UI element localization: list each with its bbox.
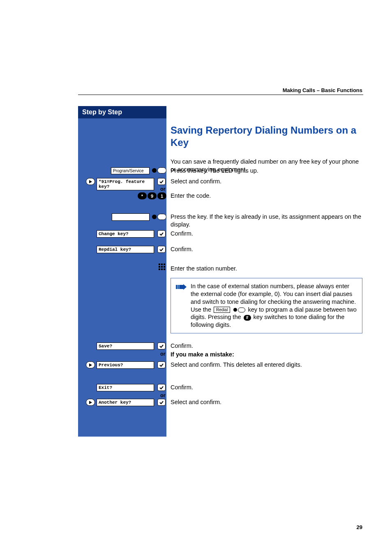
note-icon — [176, 282, 187, 329]
pound-key-icon: # — [244, 315, 251, 321]
led-key-icon — [152, 167, 166, 173]
or-label: or — [160, 186, 166, 192]
svg-rect-8 — [161, 268, 163, 270]
one-key-icon: 1 — [157, 192, 166, 199]
or-label: or — [160, 351, 166, 357]
code-key-sequence: * 9 1 — [138, 192, 166, 199]
confirm-button[interactable] — [157, 230, 166, 237]
confirm-button[interactable] — [157, 342, 166, 349]
change-key-prompt: Change key? — [97, 230, 154, 238]
prog-feature-prompt: *91=Prog. feature key? — [97, 178, 154, 190]
inline-led-key-icon — [233, 308, 245, 312]
or-label: or — [160, 393, 166, 398]
svg-rect-7 — [159, 268, 160, 270]
select-confirm-text: Select and confirm. — [171, 178, 221, 185]
confirm-button[interactable] — [157, 246, 166, 253]
nine-key-icon: 9 — [148, 192, 157, 199]
page-title: Saving Repertory Dialing Numbers on a Ke… — [171, 124, 362, 149]
page: Making Calls – Basic Functions Step by S… — [0, 0, 392, 555]
confirm-text-1: Confirm. — [171, 230, 193, 238]
svg-rect-9 — [164, 268, 165, 270]
repdial-key-prompt: Repdial key? — [97, 246, 154, 253]
svg-marker-14 — [89, 363, 92, 367]
sidebar-title: Step by Step — [78, 106, 166, 118]
svg-rect-4 — [159, 266, 160, 268]
press-key-inuse-text: Press the key. If the key is already in … — [171, 213, 362, 229]
led-dot-icon — [152, 215, 157, 219]
led-key-icon-2 — [152, 214, 166, 220]
save-prompt: Save? — [97, 342, 154, 350]
nav-arrow-icon — [86, 399, 95, 406]
confirm-text-2: Confirm. — [171, 245, 193, 253]
confirm-text-4: Confirm. — [171, 384, 193, 391]
content-area: Saving Repertory Dialing Numbers on a Ke… — [171, 106, 362, 173]
note-body: In the case of external station numbers,… — [191, 282, 358, 329]
svg-rect-11 — [178, 285, 179, 289]
keypad-icon — [158, 263, 166, 272]
svg-rect-2 — [161, 264, 163, 265]
another-key-prompt: Another key? — [97, 399, 154, 406]
svg-rect-1 — [159, 264, 160, 265]
svg-rect-5 — [161, 266, 163, 268]
exit-prompt: Exit? — [97, 384, 154, 391]
confirm-button[interactable] — [157, 178, 166, 185]
mistake-heading: If you make a mistake: — [171, 351, 234, 358]
blank-key-icon — [112, 213, 150, 221]
program-service-label: Program/Service — [111, 167, 150, 174]
select-confirm-delete-text: Select and confirm. This deletes all ent… — [171, 361, 362, 369]
svg-rect-12 — [179, 285, 183, 289]
note-box: In the case of external station numbers,… — [171, 278, 362, 333]
svg-marker-15 — [89, 401, 92, 404]
key-button-icon — [157, 214, 166, 220]
note-text-1: In the case of external station numbers,… — [191, 283, 356, 305]
header-divider — [78, 95, 363, 95]
select-confirm-text-2: Select and confirm. — [171, 398, 221, 406]
led-dot-icon — [233, 308, 237, 312]
svg-rect-3 — [164, 264, 165, 265]
note-text-2a: Use the — [191, 306, 211, 313]
nav-arrow-icon — [86, 361, 95, 368]
confirm-button[interactable] — [157, 384, 166, 391]
redial-inline-label: Redial — [214, 307, 230, 313]
nav-arrow-icon — [86, 178, 95, 185]
svg-rect-10 — [176, 285, 177, 289]
led-dot-icon — [152, 168, 157, 173]
svg-rect-6 — [164, 266, 165, 268]
enter-station-text: Enter the station number. — [171, 265, 237, 273]
confirm-button[interactable] — [157, 399, 166, 406]
star-key-icon: * — [138, 192, 147, 199]
enter-code-text: Enter the code. — [171, 192, 211, 200]
confirm-text-3: Confirm. — [171, 342, 193, 350]
key-button-icon — [238, 308, 245, 312]
svg-marker-13 — [183, 284, 187, 290]
previous-prompt: Previous? — [97, 361, 154, 369]
key-button-icon — [157, 167, 166, 173]
press-led-text: Press the key. The LED lights up. — [171, 167, 258, 175]
page-number: 29 — [357, 524, 362, 530]
svg-marker-0 — [89, 180, 92, 183]
confirm-button[interactable] — [157, 361, 166, 368]
breadcrumb: Making Calls – Basic Functions — [283, 87, 362, 93]
